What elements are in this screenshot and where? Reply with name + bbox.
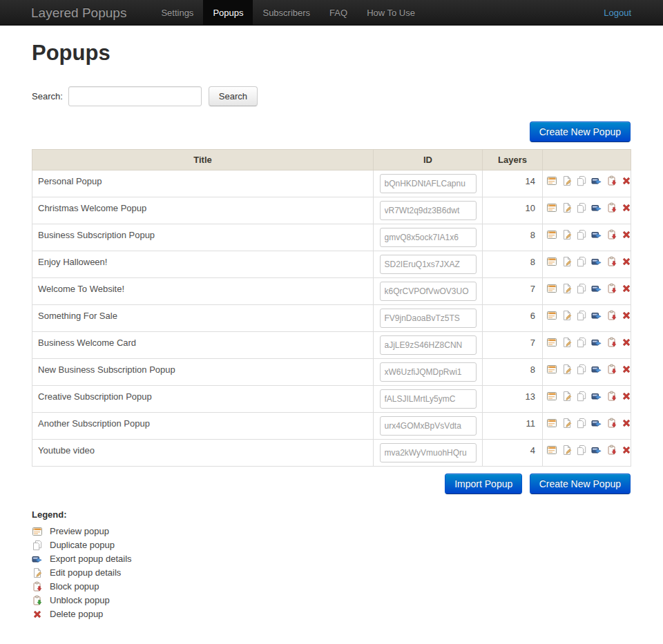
preview-icon[interactable] [546,337,557,348]
edit-icon[interactable] [561,283,573,294]
duplicate-icon[interactable] [576,418,587,429]
create-new-popup-button-top[interactable]: Create New Popup [530,121,631,142]
preview-icon[interactable] [546,202,557,213]
block-icon[interactable] [606,391,617,402]
block-icon[interactable] [606,445,617,456]
edit-icon[interactable] [561,364,573,375]
delete-icon[interactable] [621,337,632,348]
legend-item: Edit popup details [32,566,631,580]
duplicate-icon[interactable] [576,310,587,321]
delete-icon[interactable] [621,310,632,321]
delete-icon[interactable] [621,256,632,267]
edit-icon[interactable] [561,202,573,213]
import-popup-button[interactable]: Import Popup [445,474,522,494]
export-icon[interactable] [591,229,602,240]
preview-icon[interactable] [546,445,557,456]
popup-id-input[interactable] [380,174,477,193]
export-icon[interactable] [591,337,602,348]
duplicate-icon[interactable] [576,283,587,294]
nav-item-popups[interactable]: Popups [203,0,253,25]
duplicate-icon[interactable] [576,364,587,375]
block-icon[interactable] [606,364,617,375]
duplicate-icon [32,540,43,551]
nav-item-faq[interactable]: FAQ [320,0,357,25]
block-icon[interactable] [606,202,617,213]
popup-id-input[interactable] [380,416,477,436]
delete-icon[interactable] [621,418,632,429]
preview-icon[interactable] [546,283,557,294]
edit-icon[interactable] [561,445,573,456]
duplicate-icon[interactable] [576,202,587,213]
export-icon[interactable] [591,418,602,429]
delete-icon[interactable] [621,202,632,213]
preview-icon[interactable] [546,364,557,375]
export-icon[interactable] [591,175,602,186]
export-icon[interactable] [591,445,602,456]
preview-icon[interactable] [546,175,557,186]
create-new-popup-button-bottom[interactable]: Create New Popup [530,474,631,494]
preview-icon[interactable] [546,229,557,240]
block-icon[interactable] [606,337,617,348]
search-input[interactable] [68,86,202,106]
duplicate-icon[interactable] [576,445,587,456]
edit-icon[interactable] [561,418,573,429]
nav-item-settings[interactable]: Settings [151,0,203,25]
popup-id-input[interactable] [380,282,477,301]
export-icon[interactable] [591,391,602,402]
duplicate-icon[interactable] [576,175,587,186]
popups-table: Title ID Layers Personal Popup 14 Christ… [32,149,631,467]
delete-icon[interactable] [621,175,632,186]
duplicate-icon[interactable] [576,256,587,267]
popup-id-input[interactable] [380,389,477,409]
legend-item: Export popup details [32,552,631,566]
duplicate-icon[interactable] [576,391,587,402]
block-icon[interactable] [606,418,617,429]
edit-icon[interactable] [561,256,573,267]
brand-title: Layered Popups [0,0,140,25]
block-icon[interactable] [606,283,617,294]
preview-icon[interactable] [546,418,557,429]
popup-id-input[interactable] [380,335,477,355]
popup-id-input[interactable] [380,309,477,328]
nav-item-subscribers[interactable]: Subscribers [253,0,320,25]
popup-id-input[interactable] [380,228,477,247]
search-button[interactable]: Search [209,86,258,106]
popup-layers-count: 10 [483,197,543,224]
edit-icon[interactable] [561,310,573,321]
search-form: Search: Search [32,86,631,106]
popup-id-input[interactable] [380,201,477,220]
edit-icon[interactable] [561,391,573,402]
delete-icon[interactable] [621,364,632,375]
popup-id-input[interactable] [380,443,477,462]
block-icon[interactable] [606,310,617,321]
preview-icon[interactable] [546,391,557,402]
preview-icon[interactable] [546,256,557,267]
edit-icon[interactable] [561,337,573,348]
edit-icon[interactable] [561,229,573,240]
block-icon[interactable] [606,175,617,186]
row-actions [543,386,631,413]
preview-icon[interactable] [546,310,557,321]
delete-icon[interactable] [621,445,632,456]
export-icon[interactable] [591,202,602,213]
page-title: Popups [32,41,631,66]
block-icon[interactable] [606,256,617,267]
block-icon[interactable] [606,229,617,240]
popup-title: Welcome To Website! [32,278,374,305]
export-icon[interactable] [591,283,602,294]
export-icon[interactable] [591,256,602,267]
row-actions [543,251,631,278]
delete-icon[interactable] [621,283,632,294]
popup-id-input[interactable] [380,362,477,382]
duplicate-icon[interactable] [576,229,587,240]
delete-icon[interactable] [621,391,632,402]
nav-item-how-to-use[interactable]: How To Use [357,0,425,25]
popup-id-input[interactable] [380,255,477,274]
export-icon[interactable] [591,310,602,321]
export-icon[interactable] [591,364,602,375]
edit-icon[interactable] [561,175,573,186]
delete-icon[interactable] [621,229,632,240]
popup-title: Enjoy Halloween! [32,251,374,278]
logout-link[interactable]: Logout [604,0,663,25]
duplicate-icon[interactable] [576,337,587,348]
